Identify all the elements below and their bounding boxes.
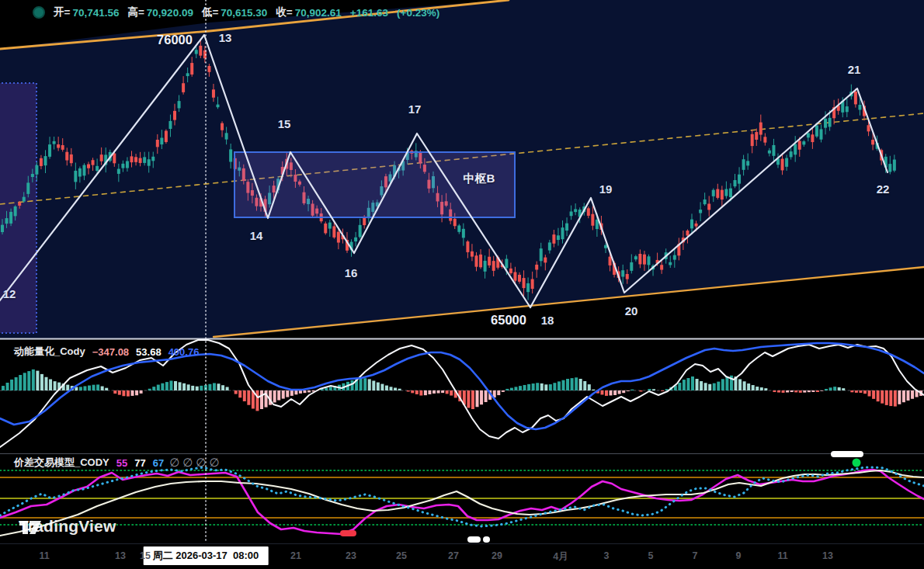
- time-tick: 11: [39, 550, 49, 561]
- ohlc-label: 开=: [54, 5, 70, 19]
- ohlc-legend[interactable]: 开=70,741.56高=70,920.09低=70,615.30收=70,90…: [33, 5, 439, 19]
- time-tick: 11: [777, 550, 787, 561]
- indicator-value: 55: [116, 457, 127, 469]
- time-axis[interactable]: 周二 2026-03-17 08:00 11131521232527294月35…: [0, 543, 924, 569]
- ohlc-value: 70,741.56: [72, 7, 119, 19]
- indicator-spread-values: 557767: [116, 457, 164, 469]
- ohlc-values: 开=70,741.56高=70,920.09低=70,615.30收=70,90…: [54, 5, 342, 19]
- tradingview-chart-window: 开=70,741.56高=70,920.09低=70,615.30收=70,90…: [0, 0, 924, 569]
- time-tick: 29: [492, 550, 502, 561]
- empty-circle-icon[interactable]: ∅: [169, 456, 179, 470]
- indicator-value: 77: [134, 457, 145, 469]
- empty-circle-icon[interactable]: ∅: [182, 456, 193, 470]
- time-tick: 9: [736, 550, 742, 561]
- time-tick: 13: [115, 550, 126, 561]
- indicator-spread-name: 价差交易模型_CODY: [14, 456, 109, 470]
- crosshair-date-label: 周二 2026-03-17 08:00: [144, 546, 269, 565]
- time-tick: 5: [648, 550, 654, 561]
- change-value: +161.63: [350, 7, 388, 19]
- time-tick: 21: [290, 550, 301, 561]
- time-tick: 27: [448, 550, 459, 561]
- indicator-momentum-name: 动能量化_Cody: [14, 345, 85, 359]
- indicator-value: 67: [153, 457, 164, 469]
- change-percent: (+0.23%): [397, 7, 439, 19]
- indicator-spread-legend[interactable]: 价差交易模型_CODY 557767 ∅∅∅∅: [14, 456, 220, 470]
- ohlc-value: 70,615.30: [221, 7, 267, 19]
- tradingview-logo[interactable]: TradingView: [19, 517, 116, 536]
- time-tick: 25: [396, 550, 407, 561]
- time-tick: 23: [346, 550, 356, 561]
- indicator-momentum-legend[interactable]: 动能量化_Cody −347.0853.68400.76: [14, 345, 199, 359]
- ohlc-label: 收=: [276, 5, 292, 19]
- ohlc-value: 70,920.09: [147, 7, 193, 19]
- indicator-value: 400.76: [168, 346, 200, 358]
- time-tick: 3: [604, 550, 610, 561]
- empty-circle-icon[interactable]: ∅: [209, 456, 219, 470]
- time-tick: 7: [693, 550, 698, 561]
- empty-circle-icon[interactable]: ∅: [196, 456, 206, 470]
- time-tick: 4月: [553, 550, 568, 564]
- indicator-momentum-values: −347.0853.68400.76: [92, 346, 200, 358]
- indicator-spread-empty-icons: ∅∅∅∅: [171, 456, 219, 470]
- ohlc-label: 低=: [202, 5, 218, 19]
- indicator-value: −347.08: [92, 346, 129, 358]
- indicator-value: 53.68: [136, 346, 162, 358]
- ohlc-label: 高=: [127, 5, 144, 19]
- tradingview-logo-icon: [19, 517, 42, 538]
- series-marker-icon: [33, 6, 45, 19]
- ohlc-value: 70,902.61: [295, 7, 342, 19]
- time-tick: 13: [822, 550, 833, 561]
- time-tick: 15: [140, 550, 151, 561]
